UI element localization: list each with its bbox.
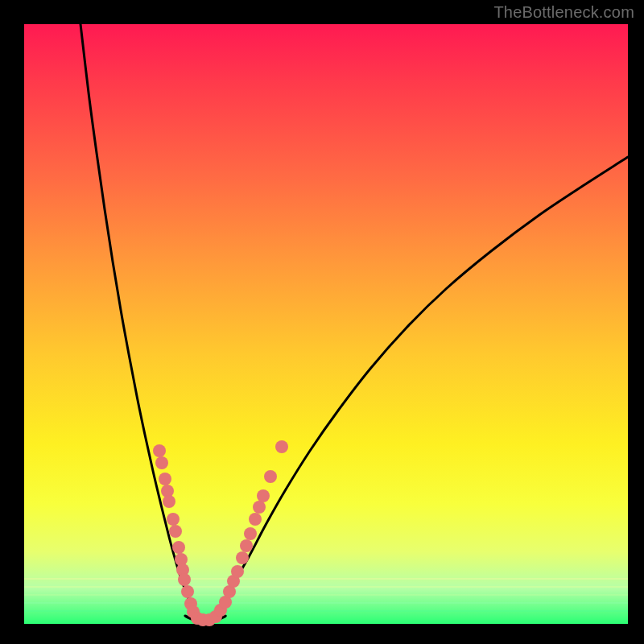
highlight-dot [249, 513, 262, 526]
chart-frame: TheBottleneck.com [0, 0, 644, 644]
highlight-dot [275, 440, 288, 453]
curve-layer [24, 24, 628, 624]
highlight-dot [178, 573, 191, 586]
watermark-text: TheBottleneck.com [493, 3, 634, 22]
plot-area [24, 24, 628, 624]
highlight-dot [167, 513, 180, 526]
highlight-dot [244, 527, 257, 540]
highlight-dot [159, 473, 171, 485]
highlight-dot [172, 541, 185, 554]
highlight-dot [236, 551, 249, 564]
highlight-dot [231, 565, 244, 578]
highlight-dot [257, 489, 270, 502]
highlight-dots [153, 440, 288, 626]
highlight-dot [163, 495, 175, 508]
highlight-dot [264, 470, 277, 483]
highlight-dot [169, 525, 182, 538]
bottleneck-curve [80, 24, 628, 621]
highlight-dot [155, 456, 168, 469]
highlight-dot [240, 539, 253, 552]
highlight-dot [153, 444, 166, 457]
curve-path [80, 24, 628, 621]
highlight-dot [253, 501, 266, 514]
highlight-dot [181, 585, 194, 598]
